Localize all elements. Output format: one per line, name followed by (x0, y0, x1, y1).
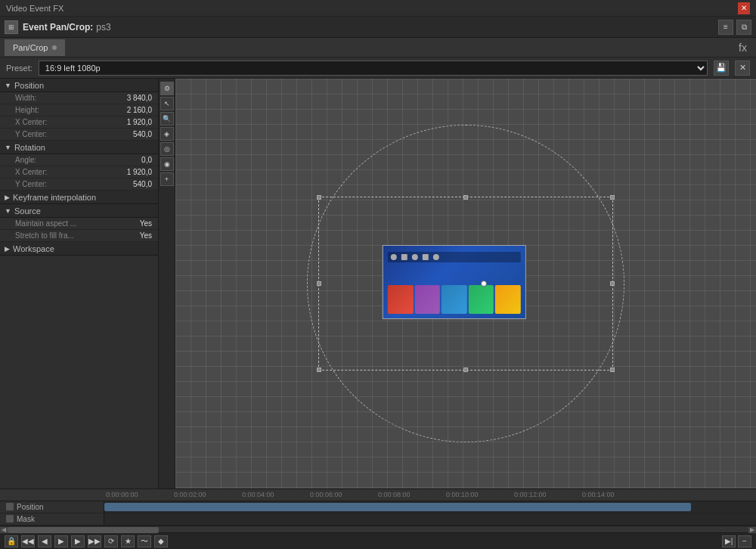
time-mark-7: 0:00:14:00 (582, 491, 650, 498)
end-button[interactable]: ▶| (722, 535, 736, 547)
ycenter-value: 540,0 (72, 130, 152, 138)
loop-button[interactable]: ⟳ (104, 535, 118, 547)
tool-settings-button[interactable]: ⚙ (160, 82, 174, 95)
game-tile-5 (495, 285, 521, 314)
track-position-text: Position (17, 503, 44, 511)
position-section-header[interactable]: ▼ Position (0, 79, 158, 92)
time-mark-3: 0:00:06:00 (310, 491, 378, 498)
video-thumbnail[interactable] (383, 245, 526, 319)
workspace-arrow: ▶ (5, 245, 10, 253)
close-button[interactable]: ✕ (738, 2, 750, 14)
tool-add-button[interactable]: + (160, 172, 174, 186)
tab-pan-crop-label: Pan/Crop (13, 43, 48, 52)
track-position-row: Position (0, 501, 756, 513)
game-tile-1 (388, 285, 414, 314)
scroll-left-button[interactable]: ◀ (0, 527, 8, 533)
fx-button[interactable]: fx (734, 40, 751, 55)
main-layout: ▼ Position Width: 3 840,0 Height: 2 160,… (0, 79, 756, 489)
stretch-label: Stretch to fill fra... (15, 231, 113, 240)
height-row: Height: 2 160,0 (0, 104, 158, 116)
track-mask-label: Mask (0, 513, 104, 525)
tool-select-button[interactable]: ↖ (160, 97, 174, 110)
game-tile-3 (442, 285, 467, 314)
tool-eye-button[interactable]: ◉ (160, 157, 174, 171)
ps4-icon-2 (401, 254, 407, 260)
track-mask-text: Mask (17, 515, 35, 523)
stretch-value: Yes (113, 231, 152, 240)
ps4-icon-1 (391, 254, 397, 260)
track-mask-row: Mask (0, 513, 756, 526)
play-button[interactable]: ▶ (54, 535, 68, 547)
preset-label: Preset: (6, 64, 33, 73)
tool-anchor-button[interactable]: ◈ (160, 127, 174, 141)
rot-xcenter-label: X Center: (15, 168, 72, 176)
width-label: Width: (15, 94, 72, 102)
tool-circle-button[interactable]: ◎ (160, 142, 174, 156)
video-content (383, 246, 525, 318)
timeline-ruler: 0:00:00:00 0:00:02:00 0:00:04:00 0:00:06… (0, 489, 756, 501)
tool-zoom-button[interactable]: 🔍 (160, 112, 174, 126)
grid-view-button[interactable]: ≡ (718, 20, 733, 35)
star-button[interactable]: ★ (121, 535, 135, 547)
rot-ycenter-row: Y Center: 540,0 (0, 178, 158, 191)
angle-value: 0,0 (72, 156, 152, 164)
prev-frame-button[interactable]: ◀ (38, 535, 51, 547)
fast-forward-button[interactable]: ▶▶ (88, 535, 101, 547)
timeline-scrollbar[interactable]: ◀ ▶ (0, 526, 756, 533)
xcenter-row: X Center: 1 920,0 (0, 116, 158, 129)
rotation-label: Rotation (14, 143, 45, 152)
left-panel: ▼ Position Width: 3 840,0 Height: 2 160,… (0, 79, 159, 489)
time-mark-0: 0:00:00:00 (106, 491, 174, 498)
game-tile-4 (469, 285, 494, 314)
rot-xcenter-value: 1 920,0 (72, 168, 152, 176)
scroll-thumb[interactable] (8, 527, 159, 533)
xcenter-label: X Center: (15, 118, 72, 126)
height-label: Height: (15, 106, 72, 114)
title-text: Video Event FX (6, 4, 64, 13)
time-mark-4: 0:00:08:00 (378, 491, 446, 498)
source-section-header[interactable]: ▼ Source (0, 204, 158, 218)
height-value: 2 160,0 (72, 106, 152, 114)
header-name: ps3 (96, 22, 110, 33)
rot-xcenter-row: X Center: 1 920,0 (0, 166, 158, 178)
preset-save-button[interactable]: 💾 (714, 60, 729, 76)
workspace-section-header[interactable]: ▶ Workspace (0, 242, 158, 256)
track-position-icon (6, 503, 14, 510)
tab-dot (52, 45, 57, 50)
tab-bar: Pan/Crop fx (0, 38, 756, 57)
wave-button[interactable]: 〜 (138, 535, 151, 547)
diamond-button[interactable]: ◆ (154, 535, 168, 547)
time-mark-5: 0:00:10:00 (446, 491, 514, 498)
angle-row: Angle: 0,0 (0, 154, 158, 166)
scroll-right-button[interactable]: ▶ (748, 527, 756, 533)
keyframe-label: Keyframe interpolation (13, 193, 96, 202)
rotation-section-header[interactable]: ▼ Rotation (0, 141, 158, 154)
anchor-point[interactable] (481, 281, 487, 287)
minus-button[interactable]: − (738, 535, 751, 547)
game-tile-2 (414, 285, 440, 314)
tab-pan-crop[interactable]: Pan/Crop (5, 39, 65, 56)
track-position-label: Position (0, 501, 104, 513)
track-mask-content[interactable] (104, 513, 756, 525)
ps4-top-bar (388, 252, 521, 262)
maintain-aspect-row: Maintain aspect ... Yes (0, 218, 158, 230)
maintain-aspect-label: Maintain aspect ... (15, 219, 113, 228)
canvas-area[interactable] (175, 79, 756, 489)
rotation-arrow: ▼ (5, 144, 11, 151)
multi-view-button[interactable]: ⧉ (736, 20, 751, 35)
toolbar-strip: ⚙ ↖ 🔍 ◈ ◎ ◉ + (159, 79, 175, 489)
ps4-icon-3 (412, 254, 418, 260)
header-buttons: ≡ ⧉ (718, 20, 751, 35)
preset-select[interactable]: 16:9 left 1080p (39, 60, 708, 76)
track-mask-icon (6, 515, 14, 523)
track-position-content[interactable] (104, 501, 756, 513)
next-frame-button[interactable]: ▶ (71, 535, 85, 547)
keyframe-section-header[interactable]: ▶ Keyframe interpolation (0, 191, 158, 204)
header-label: Event Pan/Crop: (23, 22, 93, 33)
ycenter-label: Y Center: (15, 130, 72, 138)
rewind-button[interactable]: ◀◀ (21, 535, 35, 547)
bottom-section: 0:00:00:00 0:00:02:00 0:00:04:00 0:00:06… (0, 489, 756, 549)
angle-label: Angle: (15, 156, 72, 164)
preset-delete-button[interactable]: ✕ (735, 60, 750, 76)
lock-button[interactable]: 🔒 (5, 535, 18, 547)
